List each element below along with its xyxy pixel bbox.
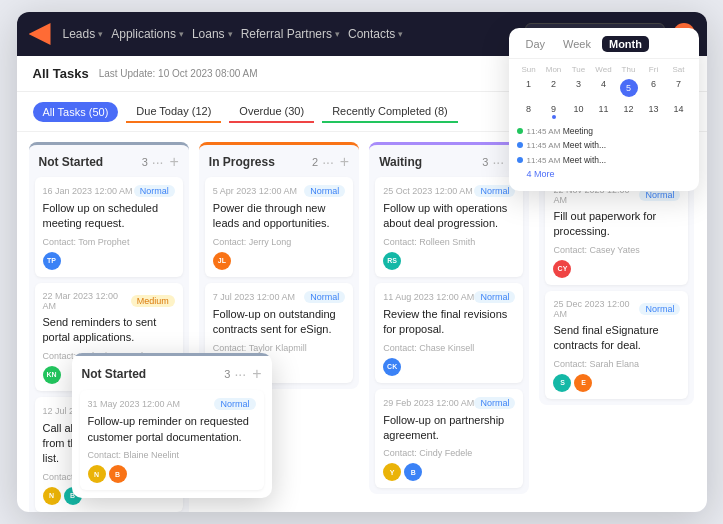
col-header-not-started: Not Started 3 ··· + — [29, 145, 189, 177]
avatar: N — [43, 487, 61, 505]
day-label: Mon — [542, 65, 566, 74]
col-header-waiting: Waiting 3 ··· + — [369, 145, 529, 177]
avatar: N — [88, 465, 106, 483]
col-header-in-progress: In Progress 2 ··· + — [199, 145, 359, 177]
cal-event: 11:45 AM Meet with... — [517, 140, 691, 151]
avatar: JL — [213, 252, 231, 270]
cal-event: 11:45 AM Meet with... — [517, 155, 691, 166]
day-label: Thu — [617, 65, 641, 74]
page-title: All Tasks — [33, 66, 89, 81]
app-logo[interactable] — [29, 23, 51, 45]
avatar: TP — [43, 252, 61, 270]
col-add-icon[interactable]: + — [252, 365, 261, 383]
cal-cell[interactable]: 2 — [542, 76, 566, 100]
floating-not-started-card: Not Started 3 ··· + 31 May 2023 12:00 AM… — [72, 353, 272, 498]
nav-leads[interactable]: Leads ▾ — [63, 27, 104, 41]
task-card: 11 Aug 2023 12:00 AMNormal Review the fi… — [375, 283, 523, 383]
col-add-icon[interactable]: + — [340, 153, 349, 171]
avatar: Y — [383, 463, 401, 481]
calendar-grid: 1 2 3 4 5 6 7 8 9 10 11 12 13 14 — [509, 76, 699, 122]
tab-month[interactable]: Month — [602, 36, 649, 52]
calendar-day-labels: Sun Mon Tue Wed Thu Fri Sat — [509, 59, 699, 76]
floating-col-header: Not Started 3 ··· + — [72, 353, 272, 390]
calendar-tabs: Day Week Month — [509, 28, 699, 59]
chevron-down-icon: ▾ — [179, 29, 184, 39]
col-cards-on-hold: 22 Nov 2023 12:00 AMNormal Fill out pape… — [539, 177, 694, 399]
column-waiting: Waiting 3 ··· + 25 Oct 2023 12:00 AMNorm… — [369, 142, 529, 494]
col-menu-icon[interactable]: ··· — [234, 366, 246, 382]
col-cards-in-progress: 5 Apr 2023 12:00 AMNormal Power die thro… — [199, 177, 359, 383]
nav-applications[interactable]: Applications ▾ — [111, 27, 184, 41]
chevron-down-icon: ▾ — [98, 29, 103, 39]
cal-cell[interactable]: 13 — [642, 101, 666, 122]
nav-loans[interactable]: Loans ▾ — [192, 27, 233, 41]
cal-cell[interactable]: 6 — [642, 76, 666, 100]
tab-week[interactable]: Week — [556, 36, 598, 52]
cal-cell[interactable]: 1 — [517, 76, 541, 100]
tab-due-today[interactable]: Due Today (12) — [126, 101, 221, 123]
calendar-events: 11:45 AM Meeting 11:45 AM Meet with... 1… — [509, 122, 699, 183]
task-card: 16 Jan 2023 12:00 AMNormal Follow up on … — [35, 177, 183, 277]
col-menu-icon[interactable]: ··· — [322, 154, 334, 170]
cal-cell[interactable]: 3 — [567, 76, 591, 100]
more-events-link[interactable]: 4 More — [517, 169, 691, 179]
task-card: 31 May 2023 12:00 AMNormal Follow-up rem… — [80, 390, 264, 490]
tab-all-tasks[interactable]: All Tasks (50) — [33, 102, 119, 122]
task-card: 29 Feb 2023 12:00 AMNormal Follow-up on … — [375, 389, 523, 489]
avatar: RS — [383, 252, 401, 270]
calendar-popup: Day Week Month Sun Mon Tue Wed Thu Fri S… — [509, 28, 699, 191]
tab-day[interactable]: Day — [519, 36, 553, 52]
col-add-icon[interactable]: + — [169, 153, 178, 171]
cal-event: 11:45 AM Meeting — [517, 126, 691, 137]
event-dot — [517, 128, 523, 134]
cal-cell[interactable]: 10 — [567, 101, 591, 122]
avatar: B — [404, 463, 422, 481]
cal-cell[interactable]: 11 — [592, 101, 616, 122]
nav-contacts[interactable]: Contacts ▾ — [348, 27, 403, 41]
nav-referral-partners[interactable]: Referral Partners ▾ — [241, 27, 340, 41]
cal-cell[interactable]: 7 — [667, 76, 691, 100]
app-window: Leads ▾ Applications ▾ Loans ▾ Referral … — [17, 12, 707, 512]
avatar: E — [574, 374, 592, 392]
day-label: Tue — [567, 65, 591, 74]
cal-cell[interactable]: 8 — [517, 101, 541, 122]
avatar: B — [109, 465, 127, 483]
task-card: 25 Oct 2023 12:00 AMNormal Follow up wit… — [375, 177, 523, 277]
avatar: KN — [43, 366, 61, 384]
event-dot — [517, 157, 523, 163]
col-menu-icon[interactable]: ··· — [492, 154, 504, 170]
column-in-progress: In Progress 2 ··· + 5 Apr 2023 12:00 AMN… — [199, 142, 359, 389]
day-label: Fri — [642, 65, 666, 74]
avatar: S — [553, 374, 571, 392]
day-label: Wed — [592, 65, 616, 74]
last-update: Last Update: 10 Oct 2023 08:00 AM — [99, 68, 258, 79]
col-menu-icon[interactable]: ··· — [152, 154, 164, 170]
cal-cell[interactable]: 9 — [542, 101, 566, 122]
tab-overdue[interactable]: Overdue (30) — [229, 101, 314, 123]
cal-cell[interactable]: 12 — [617, 101, 641, 122]
chevron-down-icon: ▾ — [335, 29, 340, 39]
avatar: CY — [553, 260, 571, 278]
chevron-down-icon: ▾ — [398, 29, 403, 39]
task-card: 25 Dec 2023 12:00 AMNormal Send final eS… — [545, 291, 688, 399]
chevron-down-icon: ▾ — [228, 29, 233, 39]
day-label: Sat — [667, 65, 691, 74]
task-card: 22 Nov 2023 12:00 AMNormal Fill out pape… — [545, 177, 688, 285]
col-cards-waiting: 25 Oct 2023 12:00 AMNormal Follow up wit… — [369, 177, 529, 488]
task-card: 5 Apr 2023 12:00 AMNormal Power die thro… — [205, 177, 353, 277]
day-label: Sun — [517, 65, 541, 74]
cal-cell[interactable]: 5 — [617, 76, 641, 100]
tab-recently-completed[interactable]: Recently Completed (8) — [322, 101, 458, 123]
cal-cell[interactable]: 4 — [592, 76, 616, 100]
event-dot — [517, 142, 523, 148]
avatar: CK — [383, 358, 401, 376]
cal-cell[interactable]: 14 — [667, 101, 691, 122]
